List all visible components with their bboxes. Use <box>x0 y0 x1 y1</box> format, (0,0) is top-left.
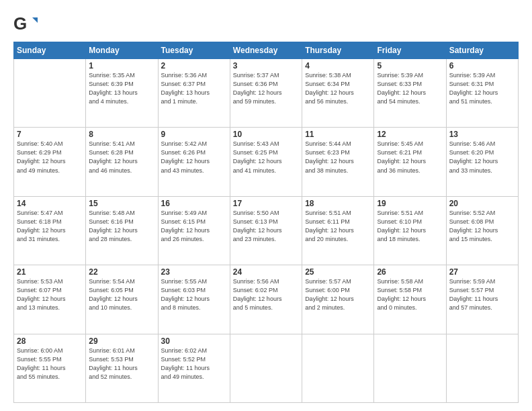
day-number: 14 <box>17 199 83 208</box>
day-info: Sunrise: 5:37 AM Sunset: 6:36 PM Dayligh… <box>233 71 299 106</box>
calendar-week-row: 7Sunrise: 5:40 AM Sunset: 6:29 PM Daylig… <box>14 128 519 196</box>
day-number: 16 <box>161 199 227 208</box>
weekday-header: Saturday <box>446 42 518 59</box>
day-info: Sunrise: 5:43 AM Sunset: 6:25 PM Dayligh… <box>233 140 299 175</box>
day-info: Sunrise: 5:48 AM Sunset: 6:16 PM Dayligh… <box>89 209 154 244</box>
day-number: 28 <box>17 336 83 346</box>
calendar-cell: 21Sunrise: 5:53 AM Sunset: 6:07 PM Dayli… <box>14 265 86 334</box>
svg-marker-1 <box>32 17 38 23</box>
calendar-cell: 30Sunrise: 6:02 AM Sunset: 5:52 PM Dayli… <box>158 334 230 402</box>
header: G <box>13 12 519 36</box>
day-number: 9 <box>161 130 227 139</box>
calendar-cell <box>302 334 374 402</box>
day-number: 15 <box>89 199 154 208</box>
day-number: 11 <box>305 130 371 139</box>
calendar-cell: 6Sunrise: 5:39 AM Sunset: 6:31 PM Daylig… <box>446 59 518 128</box>
calendar-cell: 1Sunrise: 5:35 AM Sunset: 6:39 PM Daylig… <box>86 59 158 128</box>
day-number: 10 <box>233 130 299 139</box>
calendar-cell: 2Sunrise: 5:36 AM Sunset: 6:37 PM Daylig… <box>158 59 230 128</box>
calendar-cell <box>230 334 302 402</box>
calendar-cell: 3Sunrise: 5:37 AM Sunset: 6:36 PM Daylig… <box>230 59 302 128</box>
day-info: Sunrise: 5:44 AM Sunset: 6:23 PM Dayligh… <box>305 140 371 175</box>
day-info: Sunrise: 5:47 AM Sunset: 6:18 PM Dayligh… <box>17 209 83 244</box>
calendar-cell <box>374 334 446 402</box>
day-number: 27 <box>449 267 515 277</box>
calendar-cell: 15Sunrise: 5:48 AM Sunset: 6:16 PM Dayli… <box>86 196 158 265</box>
day-number: 24 <box>233 267 299 277</box>
day-info: Sunrise: 5:38 AM Sunset: 6:34 PM Dayligh… <box>305 71 371 106</box>
logo-icon: G <box>13 12 38 36</box>
weekday-header: Sunday <box>14 42 86 59</box>
day-info: Sunrise: 5:36 AM Sunset: 6:37 PM Dayligh… <box>161 71 227 106</box>
weekday-header-row: SundayMondayTuesdayWednesdayThursdayFrid… <box>14 42 519 59</box>
day-number: 20 <box>449 199 515 208</box>
day-number: 26 <box>377 267 443 277</box>
day-info: Sunrise: 5:42 AM Sunset: 6:26 PM Dayligh… <box>161 140 227 175</box>
day-info: Sunrise: 5:35 AM Sunset: 6:39 PM Dayligh… <box>89 71 154 106</box>
day-number: 1 <box>89 61 154 71</box>
day-info: Sunrise: 5:50 AM Sunset: 6:13 PM Dayligh… <box>233 209 299 244</box>
calendar-cell: 19Sunrise: 5:51 AM Sunset: 6:10 PM Dayli… <box>374 196 446 265</box>
day-number: 30 <box>161 336 227 346</box>
day-info: Sunrise: 5:51 AM Sunset: 6:10 PM Dayligh… <box>377 209 443 244</box>
day-info: Sunrise: 5:49 AM Sunset: 6:15 PM Dayligh… <box>161 209 227 244</box>
day-info: Sunrise: 5:58 AM Sunset: 5:58 PM Dayligh… <box>377 277 443 312</box>
calendar-cell <box>14 59 86 128</box>
day-number: 8 <box>89 130 154 139</box>
weekday-header: Thursday <box>302 42 374 59</box>
calendar-week-row: 28Sunrise: 6:00 AM Sunset: 5:55 PM Dayli… <box>14 334 519 402</box>
calendar-cell: 9Sunrise: 5:42 AM Sunset: 6:26 PM Daylig… <box>158 128 230 196</box>
day-info: Sunrise: 5:57 AM Sunset: 6:00 PM Dayligh… <box>305 277 371 312</box>
weekday-header: Wednesday <box>230 42 302 59</box>
day-number: 19 <box>377 199 443 208</box>
day-info: Sunrise: 5:39 AM Sunset: 6:31 PM Dayligh… <box>449 71 515 106</box>
day-number: 5 <box>377 61 443 71</box>
calendar-cell: 20Sunrise: 5:52 AM Sunset: 6:08 PM Dayli… <box>446 196 518 265</box>
calendar-cell: 29Sunrise: 6:01 AM Sunset: 5:53 PM Dayli… <box>86 334 158 402</box>
calendar-cell: 10Sunrise: 5:43 AM Sunset: 6:25 PM Dayli… <box>230 128 302 196</box>
day-number: 12 <box>377 130 443 139</box>
day-info: Sunrise: 6:01 AM Sunset: 5:53 PM Dayligh… <box>89 347 154 381</box>
day-info: Sunrise: 5:53 AM Sunset: 6:07 PM Dayligh… <box>17 277 83 312</box>
calendar-cell: 18Sunrise: 5:51 AM Sunset: 6:11 PM Dayli… <box>302 196 374 265</box>
day-number: 13 <box>449 130 515 139</box>
svg-text:G: G <box>13 13 27 34</box>
weekday-header: Monday <box>86 42 158 59</box>
calendar-cell: 7Sunrise: 5:40 AM Sunset: 6:29 PM Daylig… <box>14 128 86 196</box>
day-info: Sunrise: 5:59 AM Sunset: 5:57 PM Dayligh… <box>449 277 515 312</box>
calendar-cell: 11Sunrise: 5:44 AM Sunset: 6:23 PM Dayli… <box>302 128 374 196</box>
day-number: 3 <box>233 61 299 71</box>
calendar-cell <box>446 334 518 402</box>
day-number: 17 <box>233 199 299 208</box>
day-info: Sunrise: 5:40 AM Sunset: 6:29 PM Dayligh… <box>17 140 83 175</box>
calendar-week-row: 1Sunrise: 5:35 AM Sunset: 6:39 PM Daylig… <box>14 59 519 128</box>
calendar-cell: 17Sunrise: 5:50 AM Sunset: 6:13 PM Dayli… <box>230 196 302 265</box>
calendar-cell: 13Sunrise: 5:46 AM Sunset: 6:20 PM Dayli… <box>446 128 518 196</box>
calendar-week-row: 21Sunrise: 5:53 AM Sunset: 6:07 PM Dayli… <box>14 265 519 334</box>
day-number: 29 <box>89 336 154 346</box>
calendar-cell: 12Sunrise: 5:45 AM Sunset: 6:21 PM Dayli… <box>374 128 446 196</box>
day-info: Sunrise: 6:00 AM Sunset: 5:55 PM Dayligh… <box>17 347 83 381</box>
calendar-cell: 26Sunrise: 5:58 AM Sunset: 5:58 PM Dayli… <box>374 265 446 334</box>
day-info: Sunrise: 5:56 AM Sunset: 6:02 PM Dayligh… <box>233 277 299 312</box>
day-number: 6 <box>449 61 515 71</box>
calendar-table: SundayMondayTuesdayWednesdayThursdayFrid… <box>13 42 519 403</box>
day-number: 18 <box>305 199 371 208</box>
calendar-cell: 27Sunrise: 5:59 AM Sunset: 5:57 PM Dayli… <box>446 265 518 334</box>
day-number: 25 <box>305 267 371 277</box>
calendar-cell: 22Sunrise: 5:54 AM Sunset: 6:05 PM Dayli… <box>86 265 158 334</box>
day-number: 4 <box>305 61 371 71</box>
day-number: 23 <box>161 267 227 277</box>
day-info: Sunrise: 5:39 AM Sunset: 6:33 PM Dayligh… <box>377 71 443 106</box>
calendar-cell: 4Sunrise: 5:38 AM Sunset: 6:34 PM Daylig… <box>302 59 374 128</box>
calendar-cell: 28Sunrise: 6:00 AM Sunset: 5:55 PM Dayli… <box>14 334 86 402</box>
calendar-cell: 5Sunrise: 5:39 AM Sunset: 6:33 PM Daylig… <box>374 59 446 128</box>
day-info: Sunrise: 5:54 AM Sunset: 6:05 PM Dayligh… <box>89 277 154 312</box>
day-number: 22 <box>89 267 154 277</box>
day-info: Sunrise: 5:46 AM Sunset: 6:20 PM Dayligh… <box>449 140 515 175</box>
day-number: 7 <box>17 130 83 139</box>
day-number: 21 <box>17 267 83 277</box>
day-info: Sunrise: 5:45 AM Sunset: 6:21 PM Dayligh… <box>377 140 443 175</box>
calendar-cell: 8Sunrise: 5:41 AM Sunset: 6:28 PM Daylig… <box>86 128 158 196</box>
day-info: Sunrise: 5:51 AM Sunset: 6:11 PM Dayligh… <box>305 209 371 244</box>
